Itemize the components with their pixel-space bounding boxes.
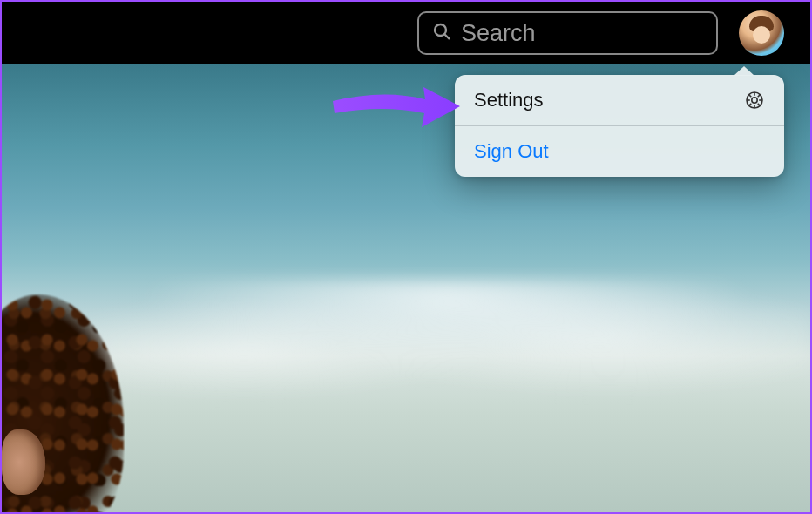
settings-label: Settings (474, 89, 544, 112)
svg-line-8 (749, 95, 752, 98)
account-dropdown: Settings Sign Out (455, 75, 784, 177)
svg-line-11 (758, 95, 761, 98)
search-icon (431, 21, 461, 45)
svg-line-1 (445, 35, 450, 40)
svg-point-3 (752, 98, 757, 103)
avatar[interactable] (739, 10, 784, 56)
svg-line-10 (749, 104, 752, 106)
header-bar (2, 2, 810, 64)
menu-item-sign-out[interactable]: Sign Out (455, 126, 784, 177)
background-photo-ear (2, 429, 45, 495)
sign-out-label: Sign Out (474, 140, 549, 163)
svg-line-9 (758, 104, 761, 106)
search-box[interactable] (417, 11, 718, 55)
search-input[interactable] (461, 20, 704, 47)
gear-icon (744, 90, 765, 111)
menu-item-settings[interactable]: Settings (455, 75, 784, 126)
svg-point-0 (435, 24, 446, 36)
